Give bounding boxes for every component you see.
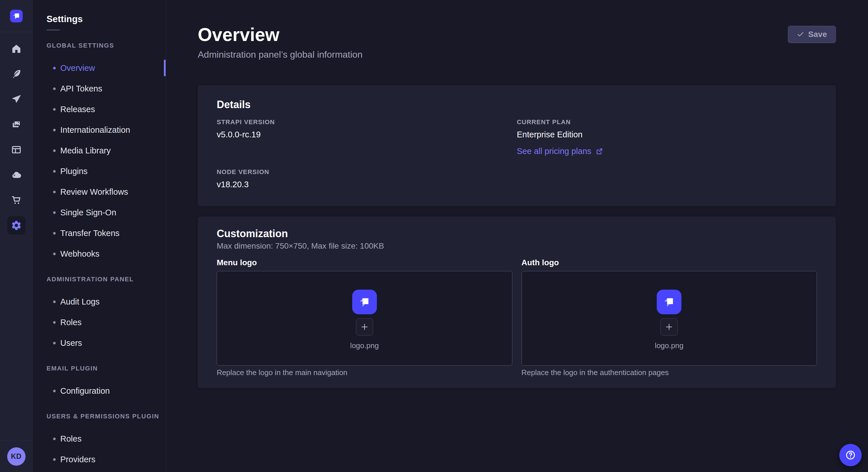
add-logo-button[interactable] (660, 318, 678, 336)
layout-icon[interactable] (7, 140, 26, 159)
rail-nav (0, 32, 32, 440)
sidebar-item-releases[interactable]: Releases (33, 99, 166, 120)
sidebar-item-providers[interactable]: Providers (33, 449, 166, 470)
home-icon[interactable] (7, 40, 26, 58)
sidebar-item-users[interactable]: Users (33, 333, 166, 353)
sidebar-item-label: Single Sign-On (60, 208, 116, 217)
sidebar-item-label: Roles (60, 434, 82, 444)
sidebar-item-review-workflows[interactable]: Review Workflows (33, 181, 166, 202)
bullet-icon (53, 170, 56, 173)
sidebar-list-email-plugin: Configuration (33, 380, 166, 401)
sidebar-item-label: Audit Logs (60, 297, 100, 307)
sidebar-item-audit-logs[interactable]: Audit Logs (33, 291, 166, 312)
strapi-logo-icon[interactable] (10, 10, 23, 22)
section-heading-email-plugin: EMAIL PLUGIN (46, 365, 166, 372)
bullet-icon (53, 108, 56, 111)
external-link-icon (595, 147, 603, 156)
bullet-icon (53, 438, 56, 440)
sidebar-item-label: Media Library (60, 146, 111, 156)
sidebar-list-global-settings: Overview API Tokens Releases Internation… (33, 58, 166, 264)
bullet-icon (53, 252, 56, 255)
bullet-icon (53, 88, 56, 90)
auth-logo-hint: Replace the logo in the authentication p… (522, 368, 817, 377)
bullet-icon (53, 211, 56, 214)
bullet-icon (53, 342, 56, 344)
section-heading-global-settings: GLOBAL SETTINGS (46, 42, 166, 49)
check-icon (797, 31, 804, 38)
sidebar-item-internationalization[interactable]: Internationalization (33, 120, 166, 140)
cart-icon[interactable] (7, 191, 26, 209)
strapi-version-label: STRAPI VERSION (217, 119, 517, 126)
sidebar-item-label: Overview (60, 63, 95, 73)
current-plan-label: CURRENT PLAN (517, 119, 817, 126)
menu-logo-upload-box[interactable]: logo.png (217, 271, 513, 366)
sidebar-item-configuration[interactable]: Configuration (33, 380, 166, 401)
sidebar-list-users-permissions-plugin: Roles Providers (33, 429, 166, 470)
add-logo-button[interactable] (356, 318, 373, 336)
auth-logo-filename: logo.png (655, 341, 683, 350)
bullet-icon (53, 458, 56, 461)
question-icon (845, 449, 856, 461)
sidebar-item-media-library[interactable]: Media Library (33, 140, 166, 161)
menu-logo-label: Menu logo (217, 258, 513, 268)
sidebar-item-transfer-tokens[interactable]: Transfer Tokens (33, 223, 166, 243)
pricing-plans-link-label: See all pricing plans (517, 146, 592, 156)
sidebar-item-api-tokens[interactable]: API Tokens (33, 78, 166, 99)
current-plan-value: Enterprise Edition (517, 129, 817, 140)
media-library-icon[interactable] (7, 115, 26, 134)
node-version-value: v18.20.3 (217, 179, 517, 190)
section-heading-users-permissions-plugin: USERS & PERMISSIONS PLUGIN (46, 413, 166, 420)
sidebar-item-label: Configuration (60, 386, 110, 396)
avatar[interactable]: KD (7, 447, 26, 466)
pricing-plans-link[interactable]: See all pricing plans (517, 146, 603, 156)
sidebar-item-label: Providers (60, 455, 96, 464)
page-header: Overview Administration panel’s global i… (166, 0, 868, 60)
auth-logo-label: Auth logo (522, 258, 817, 268)
main-body: Details STRAPI VERSION v5.0.0-rc.19 NODE… (166, 85, 868, 388)
rail-logo-section (0, 0, 32, 32)
strapi-logo-icon (657, 290, 681, 314)
help-button[interactable] (839, 444, 862, 466)
details-grid: STRAPI VERSION v5.0.0-rc.19 NODE VERSION… (217, 119, 817, 190)
paper-plane-icon[interactable] (7, 90, 26, 108)
bullet-icon (53, 149, 56, 152)
menu-logo-filename: logo.png (350, 341, 379, 350)
active-indicator (164, 60, 166, 76)
icon-rail: KD (0, 0, 33, 472)
sidebar-item-label: Roles (60, 318, 82, 327)
details-card-title: Details (217, 98, 817, 111)
page-title: Overview (198, 24, 363, 45)
node-version-field: NODE VERSION v18.20.3 (217, 168, 517, 190)
menu-logo-hint: Replace the logo in the main navigation (217, 368, 513, 377)
bullet-icon (53, 301, 56, 303)
bullet-icon (53, 232, 56, 235)
strapi-version-value: v5.0.0-rc.19 (217, 129, 517, 140)
sidebar-item-plugins[interactable]: Plugins (33, 161, 166, 181)
current-plan-field: CURRENT PLAN Enterprise Edition (517, 119, 817, 140)
node-version-label: NODE VERSION (217, 168, 517, 176)
sidebar-item-label: Webhooks (60, 249, 100, 259)
sidebar-item-label: Users (60, 338, 82, 348)
bullet-icon (53, 67, 56, 69)
save-button[interactable]: Save (788, 26, 836, 43)
bullet-icon (53, 321, 56, 324)
feather-icon[interactable] (7, 65, 26, 83)
sidebar-item-admin-roles[interactable]: Roles (33, 312, 166, 333)
page-header-text: Overview Administration panel’s global i… (198, 24, 363, 60)
sidebar-item-label: Internationalization (60, 125, 130, 135)
sidebar-item-label: API Tokens (60, 84, 102, 94)
auth-logo-upload-box[interactable]: logo.png (522, 271, 817, 366)
strapi-logo-icon (352, 290, 377, 314)
sidebar-item-label: Plugins (60, 167, 88, 176)
sidebar-item-up-roles[interactable]: Roles (33, 429, 166, 449)
sidebar-item-webhooks[interactable]: Webhooks (33, 243, 166, 264)
cloud-icon[interactable] (7, 166, 26, 184)
gear-icon[interactable] (7, 216, 26, 235)
auth-logo-group: Auth logo logo.png Replace the logo in t… (522, 258, 817, 377)
sidebar-title-divider (46, 30, 60, 30)
sidebar-item-single-sign-on[interactable]: Single Sign-On (33, 202, 166, 223)
settings-sidebar: Settings GLOBAL SETTINGS Overview API To… (33, 0, 166, 472)
sidebar-item-label: Releases (60, 105, 95, 114)
sidebar-item-overview[interactable]: Overview (33, 58, 166, 78)
rail-bottom: KD (0, 440, 32, 472)
